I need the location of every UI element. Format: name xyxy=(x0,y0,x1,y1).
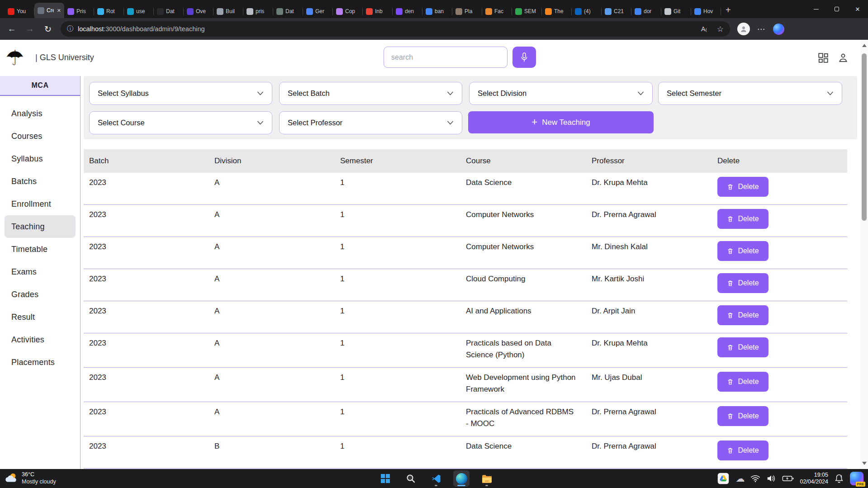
browser-tab[interactable]: You ✕ xyxy=(5,5,34,18)
sidebar-item[interactable]: Grades xyxy=(5,283,76,306)
volume-icon[interactable] xyxy=(766,474,776,483)
delete-button[interactable]: Delete xyxy=(717,372,768,392)
browser-tab[interactable]: Ger ✕ xyxy=(303,5,333,18)
browser-tab[interactable]: Inb ✕ xyxy=(363,5,393,18)
browser-tab[interactable]: pris ✕ xyxy=(243,5,273,18)
browser-tab[interactable]: use ✕ xyxy=(124,5,154,18)
filter-select[interactable]: Select Batch xyxy=(279,82,462,105)
weather-widget[interactable]: 36°C Mostly cloudy xyxy=(5,471,56,485)
refresh-icon[interactable]: ↻ xyxy=(43,24,53,34)
browser-tab[interactable]: dor ✕ xyxy=(631,5,661,18)
sidebar-item[interactable]: Enrollment xyxy=(5,193,76,215)
onedrive-icon[interactable]: ☁ xyxy=(735,473,745,484)
browser-tab[interactable]: Dat ✕ xyxy=(273,5,303,18)
browser-tab[interactable]: Pris ✕ xyxy=(64,5,94,18)
copilot-icon[interactable] xyxy=(773,24,784,35)
back-icon[interactable]: ← xyxy=(6,24,17,34)
taskbar-clock[interactable]: 19:05 02/04/2024 xyxy=(800,472,828,485)
delete-button[interactable]: Delete xyxy=(717,209,768,229)
mic-button[interactable] xyxy=(512,47,536,68)
sidebar-item[interactable]: Activities xyxy=(5,328,76,351)
tab-close-icon[interactable]: ✕ xyxy=(56,8,61,14)
sidebar-item[interactable]: Result xyxy=(5,306,76,328)
browser-tab[interactable]: Pla ✕ xyxy=(452,5,482,18)
gdrive-icon[interactable] xyxy=(717,472,730,485)
explorer-icon[interactable] xyxy=(479,470,495,487)
cell-course: AI and Applications xyxy=(466,305,592,327)
tab-favicon xyxy=(8,8,14,15)
wifi-icon[interactable] xyxy=(750,474,760,483)
browser-tab[interactable]: Dat ✕ xyxy=(154,5,184,18)
dashboard-grid-icon[interactable] xyxy=(817,52,830,64)
cell-division: A xyxy=(214,241,340,262)
maximize-button[interactable] xyxy=(826,0,847,18)
forward-icon[interactable]: → xyxy=(24,24,35,34)
filter-select[interactable]: Select Division xyxy=(469,82,653,105)
delete-button[interactable]: Delete xyxy=(717,273,768,293)
filter-select[interactable]: Select Course xyxy=(89,111,272,134)
copilot-icon[interactable]: PRE xyxy=(850,472,863,485)
sidebar-item[interactable]: Syllabus xyxy=(5,147,76,170)
read-aloud-icon[interactable]: A⦅ xyxy=(701,25,707,33)
delete-button[interactable]: Delete xyxy=(717,441,768,460)
delete-button[interactable]: Delete xyxy=(717,337,768,357)
info-icon[interactable]: ⓘ xyxy=(67,25,73,33)
filter-select-label: Select Division xyxy=(478,89,526,98)
favorite-star-icon[interactable]: ☆ xyxy=(717,24,724,34)
sidebar-item[interactable]: Placements xyxy=(5,351,76,374)
browser-tab[interactable]: C21 ✕ xyxy=(602,5,631,18)
more-dots-icon[interactable]: ⋯ xyxy=(757,24,766,34)
browser-tab[interactable]: Rot ✕ xyxy=(94,5,124,18)
vscode-icon[interactable] xyxy=(428,470,444,487)
sidebar-item[interactable]: Batchs xyxy=(5,170,76,193)
close-button[interactable]: ✕ xyxy=(847,0,868,18)
browser-tab[interactable]: Fac ✕ xyxy=(482,5,512,18)
delete-button[interactable]: Delete xyxy=(717,241,768,261)
browser-tab[interactable]: (4) ✕ xyxy=(572,5,602,18)
filter-select[interactable]: Select Syllabus xyxy=(89,82,272,105)
profile-avatar[interactable] xyxy=(737,23,750,35)
cell-division: A xyxy=(214,273,340,294)
delete-button[interactable]: Delete xyxy=(717,305,768,325)
browser-tab[interactable]: ban ✕ xyxy=(422,5,452,18)
edge-icon[interactable] xyxy=(453,470,470,487)
battery-icon[interactable] xyxy=(782,474,794,483)
browser-tab[interactable]: SEM ✕ xyxy=(512,5,542,18)
delete-button[interactable]: Delete xyxy=(717,406,768,426)
profile-icon[interactable] xyxy=(837,52,849,64)
table-row: 2023 A 1 Cloud Computing Mr. Kartik Josh… xyxy=(84,269,847,301)
browser-tab[interactable]: The ✕ xyxy=(542,5,572,18)
cell-batch: 2023 xyxy=(89,209,214,230)
sidebar-item[interactable]: Teaching xyxy=(5,215,76,238)
search-button[interactable] xyxy=(403,470,419,487)
cell-semester: 1 xyxy=(340,406,466,430)
scrollbar-thumb[interactable] xyxy=(862,53,867,221)
search-input[interactable] xyxy=(384,47,508,68)
sidebar-item[interactable]: Analysis xyxy=(5,102,76,125)
browser-tab[interactable]: Cop ✕ xyxy=(333,5,363,18)
minimize-button[interactable] xyxy=(806,0,826,18)
browser-tab[interactable]: Hov ✕ xyxy=(691,5,721,18)
browser-tab[interactable]: Git ✕ xyxy=(661,5,691,18)
new-tab-button[interactable]: + xyxy=(726,5,731,15)
browser-tab[interactable]: Crea ✕ xyxy=(34,3,64,18)
sidebar-item[interactable]: Exams xyxy=(5,261,76,283)
tab-favicon xyxy=(396,8,403,15)
start-button[interactable] xyxy=(377,470,394,487)
sidebar-item[interactable]: Timetable xyxy=(5,238,76,261)
browser-tab[interactable]: Ove ✕ xyxy=(184,5,213,18)
address-bar[interactable]: ⓘ localhost:3000/dashboard/admin/9/teach… xyxy=(61,21,730,37)
filter-select[interactable]: Select Semester xyxy=(658,82,842,105)
scroll-up-icon[interactable] xyxy=(862,44,867,47)
filter-select[interactable]: Select Professor xyxy=(279,111,462,134)
browser-tab[interactable]: den ✕ xyxy=(393,5,422,18)
focus-bell-icon[interactable]: z xyxy=(834,474,844,483)
delete-button[interactable]: Delete xyxy=(717,177,768,197)
new-teaching-button[interactable]: New Teaching xyxy=(468,111,654,133)
sidebar-item-label: Batchs xyxy=(11,177,37,186)
cell-semester: 1 xyxy=(340,273,466,294)
scroll-down-icon[interactable] xyxy=(862,462,867,465)
browser-tab[interactable]: Buil ✕ xyxy=(213,5,243,18)
sidebar-item[interactable]: Courses xyxy=(5,125,76,147)
clock-date: 02/04/2024 xyxy=(800,479,828,485)
